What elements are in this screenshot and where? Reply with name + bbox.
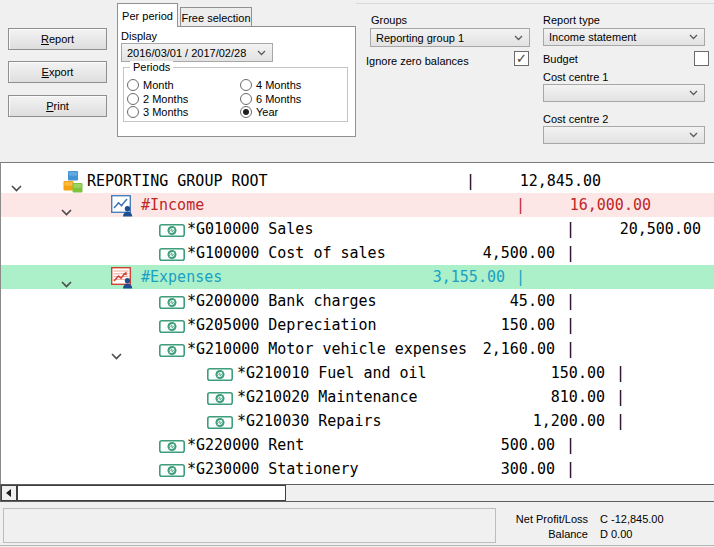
tree-row[interactable]: *G210020 Maintenance|810.00 [1,385,714,409]
budget-checkbox[interactable] [694,51,709,66]
debit-amount: 4,500.00 [483,241,555,265]
tab-free-selection[interactable]: Free selection [180,7,252,27]
radio-4-months[interactable] [240,79,252,91]
radio-month[interactable] [127,79,139,91]
tree-row[interactable]: #Income|16,000.00 [1,193,714,217]
tree-row[interactable]: *G010000 Sales|20,500.00 [1,217,714,241]
radio-2-months[interactable] [127,93,139,105]
money-icon [159,247,185,265]
tree-row-label: *G200000 Bank charges [187,289,377,313]
debit-credit-separator: | [616,385,625,409]
tree-row[interactable]: *G210010 Fuel and oil|150.00 [1,361,714,385]
balance-value: D 0.00 [600,528,632,540]
horizontal-scrollbar[interactable] [0,484,714,502]
status-panel [3,508,496,543]
chevron-down-icon [514,35,523,41]
radio-6-months[interactable] [240,93,252,105]
tree-row-label: #Income [141,193,204,217]
radio-year[interactable] [240,106,252,118]
money-icon [159,319,185,337]
chevron-down-icon [689,34,698,40]
chevron-down-icon [689,90,698,96]
display-label: Display [121,30,157,42]
tree-row-label: *G100000 Cost of sales [187,241,386,265]
groups-combo[interactable]: Reporting group 1 [370,28,530,47]
cost-centre-2-label: Cost centre 2 [543,113,608,125]
cost-centre-2-combo[interactable] [543,126,705,144]
print-button[interactable]: Print [8,95,107,117]
debit-credit-separator: | [616,361,625,385]
radio-label-year: Year [256,106,278,118]
money-icon [159,439,185,457]
debit-amount: 150.00 [501,313,555,337]
credit-amount: 12,845.00 [520,169,601,193]
tree-row-label: REPORTING GROUP ROOT [87,169,268,193]
tree-row-label: *G210000 Motor vehicle expenses [187,337,467,361]
money-icon [159,463,185,481]
radio-label-2-months: 2 Months [143,93,188,105]
debit-amount: 500.00 [501,433,555,457]
tab-per-period[interactable]: Per period [117,3,178,27]
chevron-down-icon [689,132,698,138]
debit-credit-separator: | [616,409,625,433]
debit-amount: 300.00 [501,457,555,481]
money-icon [207,415,233,433]
money-icon [159,223,185,241]
debit-credit-separator: | [566,289,575,313]
debit-credit-separator: | [466,169,475,193]
left-arrow-icon [6,489,12,497]
money-icon [207,367,233,385]
debit-amount: 1,200.00 [533,409,605,433]
status-bar: Net Profit/Loss C -12,845.00 Balance D 0… [0,503,714,545]
tree-row[interactable]: *G205000 Depreciation|150.00 [1,313,714,337]
export-button[interactable]: Export [8,61,107,83]
tree-row-label: *G210020 Maintenance [237,385,418,409]
tree-row-label: #Expenses [141,265,222,289]
scroll-left-button[interactable] [1,485,17,501]
debit-amount: 810.00 [551,385,605,409]
radio-label-4-months: 4 Months [256,79,301,91]
report-tree: REPORTING GROUP ROOT|12,845.00#Income|16… [0,162,714,484]
tree-row[interactable]: REPORTING GROUP ROOT|12,845.00 [1,169,714,193]
net-profit-loss-value: C -12,845.00 [600,513,664,525]
app-window: Report Export Print Per period Free sele… [0,0,714,547]
debit-amount: 3,155.00 [433,265,505,289]
scrollbar-thumb[interactable] [17,485,286,501]
periods-legend: Periods [130,61,173,73]
debit-credit-separator: | [566,433,575,457]
tree-row[interactable]: *G230000 Stationery|300.00 [1,457,714,481]
top-divider [356,3,714,4]
money-icon [159,295,185,313]
credit-amount: 16,000.00 [570,193,651,217]
tree-row[interactable]: *G220000 Rent|500.00 [1,433,714,457]
window-bottom-edge [0,545,714,546]
report-type-label: Report type [543,14,600,26]
report-type-combo[interactable]: Income statement [543,28,705,46]
debit-credit-separator: | [516,193,525,217]
tree-row-label: *G230000 Stationery [187,457,359,481]
tree-row-label: *G220000 Rent [187,433,304,457]
tree-row-label: *G205000 Depreciation [187,313,377,337]
balance-label: Balance [468,528,588,540]
ignore-zero-checkbox[interactable]: ✓ [514,51,529,66]
chevron-down-icon [257,50,266,56]
debit-credit-separator: | [566,313,575,337]
debit-amount: 150.00 [551,361,605,385]
tree-row[interactable]: *G200000 Bank charges|45.00 [1,289,714,313]
money-icon [159,343,185,361]
money-icon [207,391,233,409]
groups-label: Groups [371,14,407,26]
report-button[interactable]: Report [8,28,107,50]
cost-centre-1-combo[interactable] [543,84,705,102]
radio-label-month: Month [143,79,174,91]
tree-row[interactable]: *G210000 Motor vehicle expenses|2,160.00 [1,337,714,361]
net-profit-loss-label: Net Profit/Loss [468,513,588,525]
tree-row[interactable]: #Expenses|3,155.00 [1,265,714,289]
debit-amount: 45.00 [510,289,555,313]
tree-row[interactable]: *G100000 Cost of sales|4,500.00 [1,241,714,265]
display-combo[interactable]: 2016/03/01 / 2017/02/28 [121,43,273,62]
radio-3-months[interactable] [127,106,139,118]
debit-amount: 2,160.00 [483,337,555,361]
radio-label-6-months: 6 Months [256,93,301,105]
tree-row[interactable]: *G210030 Repairs|1,200.00 [1,409,714,433]
